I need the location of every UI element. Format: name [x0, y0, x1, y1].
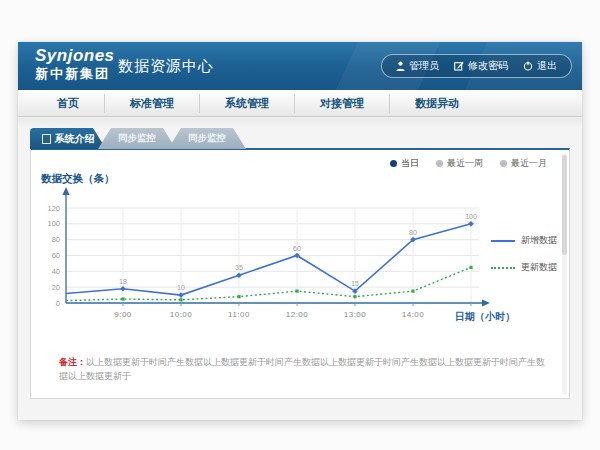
- user-menu: 管理员 修改密码 退出: [381, 54, 572, 78]
- tab-sync-monitor-2-label: 同步监控: [188, 132, 226, 145]
- main-nav: 首页 标准管理 系统管理 对接管理 数据异动: [18, 90, 582, 117]
- content-area: 系统介绍 同步监控 同步监控 当日 最近一周: [18, 118, 582, 420]
- x-axis-title: 日期（小时）: [455, 311, 515, 322]
- chart-svg: 数据交换（条） 0204060801001209:0010:0011:0012:…: [31, 168, 536, 346]
- svg-text:13:00: 13:00: [344, 310, 367, 319]
- radio-dot-icon: [500, 160, 507, 167]
- svg-text:11:00: 11:00: [228, 310, 250, 319]
- svg-text:80: 80: [409, 229, 417, 236]
- change-password-button[interactable]: 修改密码: [454, 59, 508, 73]
- radio-dot-icon: [436, 160, 443, 167]
- svg-text:80: 80: [52, 235, 60, 244]
- svg-text:120: 120: [47, 204, 60, 213]
- svg-text:35: 35: [235, 264, 243, 271]
- nav-item-standards[interactable]: 标准管理: [105, 94, 200, 113]
- svg-text:0: 0: [56, 299, 60, 308]
- radio-last-month[interactable]: 最近一月: [500, 157, 547, 170]
- document-icon: [42, 134, 51, 144]
- nav-item-changes[interactable]: 数据异动: [390, 94, 484, 113]
- svg-text:12:00: 12:00: [286, 310, 309, 319]
- solid-line-swatch-icon: [491, 240, 515, 242]
- nav-item-home[interactable]: 首页: [32, 94, 105, 113]
- tab-sync-monitor-1[interactable]: 同步监控: [98, 128, 176, 149]
- logout-button[interactable]: 退出: [523, 59, 557, 73]
- chart-axes: 0204060801001209:0010:0011:0012:0013:001…: [47, 187, 490, 319]
- svg-text:100: 100: [465, 213, 477, 220]
- tab-system-intro-label: 系统介绍: [55, 132, 95, 146]
- chart-legend: 新增数据 更新数据: [491, 234, 557, 288]
- range-filters: 当日 最近一周 最近一月: [390, 157, 547, 170]
- svg-text:10: 10: [177, 284, 185, 291]
- svg-text:9:00: 9:00: [114, 310, 132, 319]
- chart-panel: 当日 最近一周 最近一月 数据交换（条） 0204060801001209:00…: [30, 148, 570, 399]
- logout-label: 退出: [537, 59, 557, 73]
- radio-today[interactable]: 当日: [390, 157, 419, 170]
- legend-item-update-data: 更新数据: [491, 261, 557, 274]
- tab-system-intro[interactable]: 系统介绍: [30, 128, 106, 149]
- power-icon: [523, 61, 533, 71]
- svg-text:100: 100: [47, 219, 60, 228]
- dotted-line-swatch-icon: [491, 267, 515, 269]
- edit-icon: [454, 61, 464, 71]
- app-header: Synjones 新中新集团 数据资源中心 管理员 修改密码 退出: [18, 42, 582, 90]
- legend-update-data-label: 更新数据: [521, 261, 557, 274]
- panel-scrollbar[interactable]: [562, 153, 567, 395]
- svg-text:20: 20: [52, 283, 60, 292]
- radio-dot-icon: [390, 160, 397, 167]
- app-window: Synjones 新中新集团 数据资源中心 管理员 修改密码 退出: [18, 42, 582, 420]
- svg-text:15: 15: [351, 280, 359, 287]
- svg-text:18: 18: [119, 278, 127, 285]
- nav-item-system[interactable]: 系统管理: [200, 94, 295, 113]
- brand-logo-text: Synjones: [35, 47, 115, 65]
- nav-item-interface[interactable]: 对接管理: [295, 94, 390, 113]
- svg-text:14:00: 14:00: [402, 310, 425, 319]
- legend-item-new-data: 新增数据: [491, 234, 557, 247]
- y-axis-title: 数据交换（条）: [40, 172, 115, 185]
- admin-user-button[interactable]: 管理员: [396, 59, 439, 73]
- radio-today-label: 当日: [401, 157, 419, 170]
- footnote-text: 以上数据更新于时间产生数据以上数据更新于时间产生数据以上数据更新于时间产生数据以…: [59, 357, 545, 381]
- svg-text:60: 60: [52, 251, 60, 260]
- legend-new-data-label: 新增数据: [521, 234, 557, 247]
- footnote-prefix: 备注：: [59, 357, 86, 367]
- brand-logo: Synjones 新中新集团: [35, 47, 115, 80]
- radio-last-week[interactable]: 最近一周: [436, 157, 483, 170]
- brand-logo-subtext: 新中新集团: [35, 67, 115, 81]
- user-icon: [396, 61, 405, 71]
- scrollbar-thumb[interactable]: [562, 155, 567, 255]
- admin-user-label: 管理员: [409, 59, 439, 73]
- chart-series: 181035601580100: [66, 213, 477, 302]
- tab-sync-monitor-1-label: 同步监控: [118, 132, 156, 145]
- radio-last-month-label: 最近一月: [511, 157, 547, 170]
- svg-text:60: 60: [293, 245, 301, 252]
- tab-bar: 系统介绍 同步监控 同步监控: [30, 128, 246, 149]
- svg-text:10:00: 10:00: [170, 310, 193, 319]
- svg-text:40: 40: [52, 267, 60, 276]
- app-title: 数据资源中心: [118, 57, 214, 76]
- footnote: 备注：以上数据更新于时间产生数据以上数据更新于时间产生数据以上数据更新于时间产生…: [59, 356, 545, 383]
- tab-sync-monitor-2[interactable]: 同步监控: [168, 128, 246, 149]
- radio-last-week-label: 最近一周: [447, 157, 483, 170]
- change-password-label: 修改密码: [468, 59, 508, 73]
